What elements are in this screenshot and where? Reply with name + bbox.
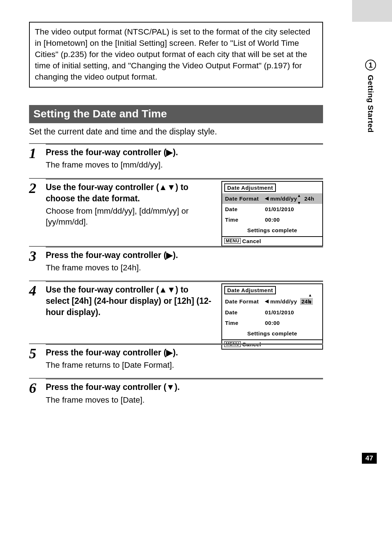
triangle-down-icon: ▼ — [166, 382, 175, 392]
screen-row-time: Time 00:00 — [222, 214, 322, 225]
screen-label: Date Format — [225, 196, 265, 202]
menu-button-icon: MENU — [224, 238, 241, 244]
screen-label: Date — [225, 309, 265, 315]
step-desc: The frame moves to [24h]. — [46, 262, 323, 273]
triangle-left-icon: ◀ — [265, 298, 269, 304]
step-number: 1 — [29, 146, 46, 170]
step-desc: The frame returns to [Date Format]. — [46, 360, 323, 371]
screen-settings-complete: Settings complete — [222, 328, 322, 339]
screen-value: 01/01/2010 — [265, 309, 319, 315]
step-3: 3 Press the four-way controller (▶). The… — [29, 246, 323, 281]
screen-label: Date Format — [225, 298, 265, 305]
screen-row-date: Date 01/01/2010 — [222, 204, 322, 214]
step-title-pre: Use the four-way controller ( — [46, 285, 159, 294]
chapter-label: Getting Started — [366, 75, 375, 133]
screen-value: mm/dd/yy — [270, 298, 297, 305]
step-number: 2 — [29, 181, 46, 228]
camera-screen-2: Date Adjustment Date Format ◀ mm/dd/yy 2… — [221, 283, 323, 350]
screen-value: 00:00 — [265, 217, 319, 223]
note-box: The video output format (NTSC/PAL) is se… — [29, 22, 323, 88]
triangle-right-icon: ▶ — [166, 348, 173, 357]
chapter-number: 1 — [365, 60, 376, 70]
step-number: 4 — [29, 283, 46, 318]
step-title-pre: Use the four-way controller ( — [46, 182, 159, 192]
step-6: 6 Press the four-way controller (▼). The… — [29, 378, 323, 412]
screen-label: Time — [225, 320, 265, 326]
camera-screen-1: Date Adjustment Date Format ◀ mm/dd/yy ▲… — [221, 181, 323, 246]
screen-cancel: Cancel — [242, 238, 261, 244]
step-title-post: ). — [175, 382, 180, 392]
triangle-right-icon: ▶ — [166, 250, 173, 260]
screen-value: 01/01/2010 — [265, 206, 319, 212]
page-number: 47 — [362, 453, 377, 464]
step-title-pre: Press the four-way controller ( — [46, 382, 166, 392]
screen-suffix: 24h — [305, 196, 314, 202]
screen-title: Date Adjustment — [224, 286, 276, 294]
section-subtitle: Set the current date and time and the di… — [29, 127, 323, 137]
step-title-post: ). — [173, 148, 178, 157]
triangle-right-icon: ▶ — [166, 148, 173, 157]
step-1: 1 Press the four-way controller (▶). The… — [29, 143, 323, 178]
step-number: 3 — [29, 249, 46, 273]
screen-settings-complete: Settings complete — [222, 225, 322, 236]
triangle-updown-icon: ▲▼ — [159, 285, 176, 294]
step-title-pre: Press the four-way controller ( — [46, 148, 166, 157]
step-title-post: ). — [173, 250, 178, 260]
screen-row-format: Date Format ◀ mm/dd/yy ▲▼ 24h — [222, 193, 322, 204]
screen-label: Time — [225, 217, 265, 223]
screen-row-format: Date Format ◀ mm/dd/yy 24h ▲▼ — [222, 296, 322, 307]
triangle-left-icon: ◀ — [265, 196, 269, 201]
triangle-updown-icon: ▲▼ — [159, 182, 176, 192]
step-4: 4 Use the four-way controller (▲▼) to se… — [29, 281, 323, 325]
step-title-pre: Press the four-way controller ( — [46, 250, 166, 260]
step-title-post: ). — [173, 348, 178, 357]
chapter-tab: 1 Getting Started — [364, 60, 377, 133]
screen-row-time: Time 00:00 — [222, 318, 322, 328]
screen-value: 00:00 — [265, 320, 319, 326]
screen-value: mm/dd/yy — [270, 196, 297, 202]
step-2: 2 Use the four-way controller (▲▼) to ch… — [29, 178, 323, 235]
step-number: 6 — [29, 381, 46, 405]
screen-title: Date Adjustment — [224, 184, 276, 192]
step-5: 5 Press the four-way controller (▶). The… — [29, 343, 323, 378]
screen-footer: MENU Cancel — [222, 236, 322, 246]
step-desc: The frame moves to [Date]. — [46, 395, 323, 406]
section-title-bar: Setting the Date and Time — [29, 105, 323, 123]
screen-row-date: Date 01/01/2010 — [222, 307, 322, 318]
screen-label: Date — [225, 206, 265, 212]
step-title-pre: Press the four-way controller ( — [46, 348, 166, 357]
step-desc: Choose from [mm/dd/yy], [dd/mm/yy] or [y… — [46, 206, 214, 228]
step-desc: The frame moves to [mm/dd/yy]. — [46, 160, 323, 170]
decorative-strip — [352, 0, 392, 22]
step-number: 5 — [29, 346, 46, 371]
